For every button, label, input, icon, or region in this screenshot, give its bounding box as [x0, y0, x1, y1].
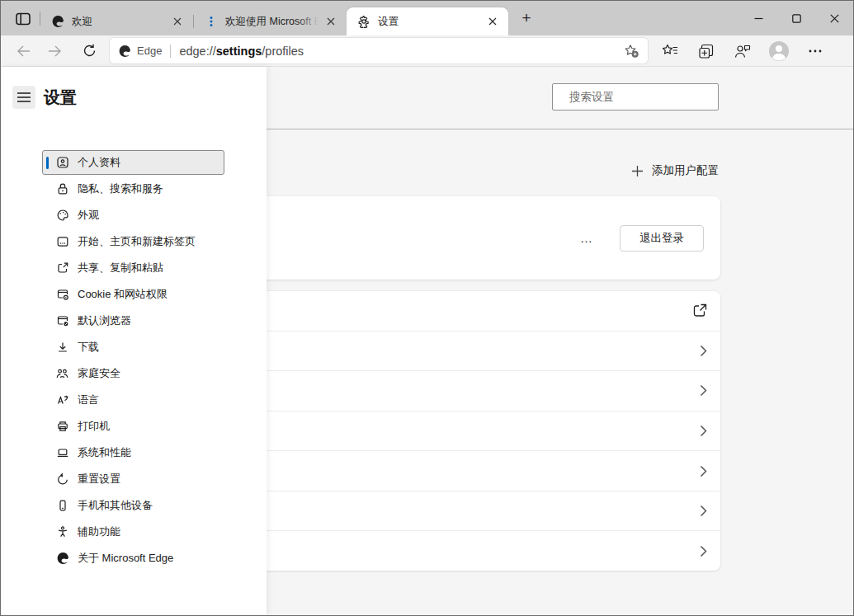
tab-close-icon[interactable] [170, 14, 185, 29]
collections-icon [699, 44, 715, 59]
palette-icon [55, 209, 69, 223]
cookies-permissions-icon [55, 288, 69, 302]
blue-dots-icon [204, 15, 218, 29]
default-browser-icon [55, 314, 69, 328]
close-window-button[interactable] [815, 1, 853, 35]
tab-close-icon[interactable] [323, 14, 338, 29]
plus-icon [631, 165, 644, 177]
sidebar-item-reset-settings[interactable]: 重置设置 [42, 467, 224, 491]
sidebar-item-downloads[interactable]: 下载 [42, 335, 224, 360]
toolbar: Edge edge://settings/profiles [1, 35, 853, 67]
sidebar-item-label: 下载 [78, 340, 99, 355]
language-icon [55, 393, 69, 407]
sidebar-item-label: 打印机 [78, 419, 110, 434]
add-favorite-button[interactable] [620, 40, 643, 62]
chevron-right-icon [700, 465, 707, 477]
chevron-right-icon [700, 545, 707, 557]
profile-more-button[interactable]: … [575, 228, 598, 248]
sidebar-menu-button[interactable] [12, 86, 35, 109]
profile-avatar-button[interactable] [765, 39, 793, 63]
address-bar[interactable]: Edge edge://settings/profiles [110, 38, 648, 63]
titlebar: 欢迎 欢迎使用 Microsoft Edg [1, 1, 853, 35]
tab-actions-button[interactable] [12, 9, 35, 29]
forward-icon [48, 45, 62, 57]
sidebar-item-share-copy-paste[interactable]: 共享、复制和粘贴 [42, 256, 224, 280]
tab-actions-icon [16, 12, 31, 26]
tab-close-icon[interactable] [485, 14, 500, 29]
feedback-button[interactable] [729, 39, 757, 63]
chevron-right-icon [700, 384, 707, 397]
sidebar-item-start-home-newtab[interactable]: 开始、主页和新建标签页 [42, 229, 224, 254]
collections-button[interactable] [692, 39, 720, 63]
sidebar-item-label: 默认浏览器 [78, 313, 131, 328]
settings-nav: 个人资料 隐私、搜索和服务 [42, 150, 224, 572]
sidebar-item-appearance[interactable]: 外观 [42, 203, 224, 228]
toolbar-icons [656, 39, 829, 63]
maximize-button[interactable] [777, 1, 815, 35]
sidebar-item-cookies-permissions[interactable]: Cookie 和网站权限 [42, 282, 224, 307]
sign-out-button[interactable]: 退出登录 [620, 225, 704, 252]
sidebar-item-phone-devices[interactable]: 手机和其他设备 [42, 493, 224, 518]
edge-logo-icon [55, 552, 69, 566]
sidebar-item-system-performance[interactable]: 系统和性能 [42, 440, 224, 465]
sidebar-item-languages[interactable]: 语言 [42, 388, 224, 412]
refresh-button[interactable] [77, 39, 101, 63]
header-divider [267, 129, 853, 129]
sidebar-item-label: 重置设置 [78, 472, 120, 487]
edge-logo-icon [50, 15, 64, 29]
sidebar-item-label: 系统和性能 [78, 445, 131, 460]
minimize-button[interactable] [739, 1, 777, 35]
favorites-button[interactable] [656, 39, 684, 63]
family-safety-icon [55, 367, 69, 381]
gear-icon [356, 15, 370, 29]
start-home-tabs-icon [55, 235, 69, 249]
sidebar-item-privacy[interactable]: 隐私、搜索和服务 [42, 176, 224, 201]
close-icon [830, 14, 839, 23]
sidebar-item-label: 共享、复制和粘贴 [78, 261, 163, 275]
sidebar-item-family-safety[interactable]: 家庭安全 [42, 361, 224, 386]
tab-title: 欢迎使用 Microsoft Edg [225, 15, 318, 29]
sidebar-item-about-edge[interactable]: 关于 Microsoft Edge [42, 546, 224, 571]
sidebar-item-label: 语言 [78, 393, 99, 407]
edge-logo-icon [118, 45, 131, 58]
sidebar-item-default-browser[interactable]: 默认浏览器 [42, 308, 224, 333]
settings-search-input[interactable] [569, 91, 715, 103]
sidebar-item-label: 个人资料 [78, 155, 120, 170]
add-profile-label: 添加用户配置 [652, 163, 719, 178]
maximize-icon [792, 14, 801, 23]
minimize-icon [754, 14, 763, 23]
sidebar-item-label: 隐私、搜索和服务 [78, 181, 163, 196]
sidebar-item-label: 手机和其他设备 [78, 498, 153, 513]
settings-title: 设置 [44, 87, 77, 109]
sidebar-item-printers[interactable]: 打印机 [42, 414, 224, 439]
forward-button[interactable] [42, 39, 67, 63]
url-prefix: edge:// [179, 45, 215, 58]
profile-card-icon [55, 156, 69, 170]
tab-title: 设置 [378, 15, 480, 29]
tab-welcome[interactable]: 欢迎 [40, 7, 193, 35]
accessibility-icon [55, 525, 69, 539]
tab-settings[interactable]: 设置 [347, 7, 508, 35]
back-button[interactable] [11, 39, 35, 63]
printer-icon [55, 420, 69, 434]
new-tab-button[interactable]: + [515, 7, 538, 30]
person-chat-icon [734, 44, 751, 59]
settings-search-box[interactable] [552, 83, 719, 111]
url-text[interactable]: edge://settings/profiles [179, 45, 620, 58]
sidebar-item-label: Cookie 和网站权限 [78, 287, 167, 302]
settings-menu-button[interactable] [801, 39, 829, 63]
site-badge-label: Edge [137, 45, 162, 57]
more-horizontal-icon [809, 49, 822, 53]
add-profile-button[interactable]: 添加用户配置 [631, 162, 719, 180]
sidebar-item-accessibility[interactable]: 辅助功能 [42, 520, 224, 544]
open-external-icon [693, 303, 707, 317]
phone-devices-icon [55, 499, 69, 513]
tab-title: 欢迎 [72, 15, 165, 29]
site-badge[interactable]: Edge [118, 45, 162, 58]
star-add-icon [624, 44, 639, 59]
lock-icon [55, 182, 69, 196]
tab-edge-welcome[interactable]: 欢迎使用 Microsoft Edg [194, 7, 347, 35]
sidebar-item-profiles[interactable]: 个人资料 [42, 150, 224, 175]
favorites-icon [662, 44, 678, 58]
address-separator [170, 45, 171, 58]
